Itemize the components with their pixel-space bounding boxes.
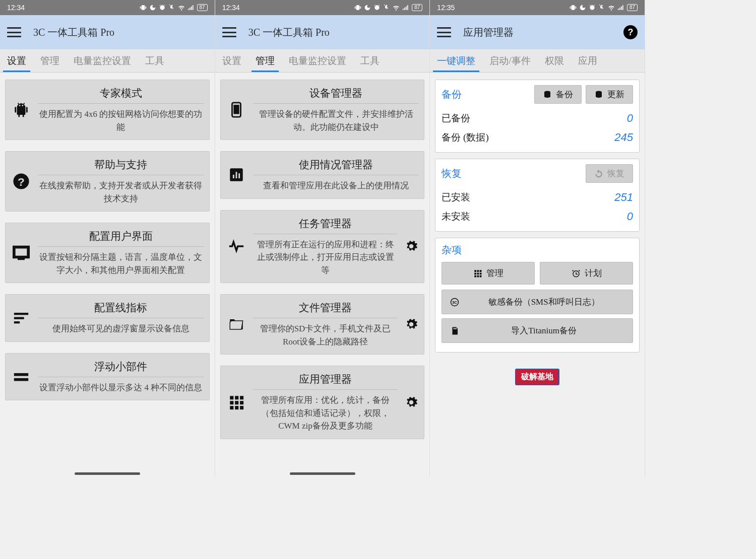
card-desc: 管理你的SD卡文件，手机文件及已Root设备上的隐藏路径: [253, 322, 398, 348]
stat-label: 备份 (数据): [442, 131, 488, 144]
card-line-indicator[interactable]: 配置线指标 使用始终可见的虚浮窗显示设备信息: [5, 294, 210, 342]
gear-icon[interactable]: [404, 396, 419, 409]
card-ui-config[interactable]: 配置用户界面 设置按钮和分隔主题，语言，温度单位，文字大小，和其他用户界面相关配…: [5, 223, 210, 283]
restore-button[interactable]: 恢复: [586, 164, 633, 183]
svg-rect-10: [233, 175, 234, 178]
card-file-manager[interactable]: 文件管理器 管理你的SD卡文件，手机文件及已Root设备上的隐藏路径: [220, 294, 425, 355]
card-device-manager[interactable]: 设备管理器 管理设备的硬件配置文件，并安排维护活动。此功能仍在建设中: [220, 80, 425, 140]
restore-icon: [594, 169, 603, 178]
svg-rect-20: [235, 406, 238, 409]
status-icons: 87: [570, 4, 638, 11]
tab-settings[interactable]: 设置: [0, 49, 33, 72]
bars-icon: [226, 166, 247, 183]
card-task-manager[interactable]: 任务管理器 管理所有正在运行的应用和进程：终止或强制停止，打开应用日志或设置等: [220, 210, 425, 284]
database-icon: [594, 90, 603, 99]
signal-icon: [402, 4, 409, 11]
card-usage-manager[interactable]: 使用情况管理器 查看和管理应用在此设备上的使用情况: [220, 151, 425, 199]
wifi-icon: [393, 4, 400, 11]
app-title: 3C 一体工具箱 Pro: [33, 26, 208, 39]
tab-manage[interactable]: 管理: [33, 49, 67, 72]
svg-rect-8: [233, 105, 239, 114]
card-expert-mode[interactable]: 专家模式 使用配置为 4x6 的按钮网格访问你想要的功能: [5, 80, 210, 140]
svg-text:3C: 3C: [453, 300, 458, 305]
import-titanium-button[interactable]: 导入Titanium备份: [442, 318, 633, 343]
help-icon: ?: [11, 173, 32, 190]
schedule-button[interactable]: 计划: [540, 262, 633, 285]
manage-button[interactable]: 管理: [442, 262, 535, 285]
sensitive-backup-button[interactable]: 3C 敏感备份（SMS和呼叫日志）: [442, 290, 633, 314]
tab-battery[interactable]: 电量监控设置: [282, 49, 353, 72]
tab-manage[interactable]: 管理: [248, 49, 282, 72]
tab-tools[interactable]: 工具: [138, 49, 171, 72]
tab-permissions[interactable]: 权限: [538, 49, 571, 72]
svg-rect-13: [230, 396, 233, 399]
gear-icon[interactable]: [404, 318, 419, 331]
card-title: 配置用户界面: [38, 229, 204, 247]
panel-title: 备份: [442, 88, 462, 101]
stat-label: 已安装: [442, 191, 470, 204]
app-title: 应用管理器: [463, 26, 611, 39]
card-app-manager[interactable]: 应用管理器 管理所有应用：优化，统计，备份（包括短信和通话记录），权限，CWM …: [220, 366, 425, 439]
update-button[interactable]: 更新: [586, 85, 633, 104]
stat-value: 245: [614, 131, 633, 144]
card-help-support[interactable]: ? 帮助与支持 在线搜索帮助，支持开发者或从开发者获得技术支持: [5, 151, 210, 212]
help-button[interactable]: ?: [623, 25, 638, 39]
button-label: 恢复: [607, 168, 624, 179]
battery-icon: 87: [627, 4, 638, 11]
stat-not-installed: 未安装 0: [442, 207, 633, 226]
content-body: 设备管理器 管理设备的硬件配置文件，并安排维护活动。此功能仍在建设中 使用情况管…: [215, 73, 430, 477]
signal-icon: [187, 4, 195, 11]
card-float-widget[interactable]: 浮动小部件 设置浮动小部件以显示多达 4 种不同的信息: [5, 353, 210, 401]
tab-bar: 一键调整 启动/事件 权限 应用: [430, 49, 645, 73]
stat-backed-up: 已备份 0: [442, 109, 633, 128]
grid-icon: [473, 269, 482, 278]
svg-rect-18: [240, 401, 243, 404]
vibrate-icon: [354, 4, 361, 11]
content-body: 专家模式 使用配置为 4x6 的按钮网格访问你想要的功能 ? 帮助与支持 在线搜…: [0, 73, 215, 477]
stat-label: 未安装: [442, 210, 470, 223]
gear-icon[interactable]: [404, 240, 419, 253]
card-title: 配置线指标: [38, 301, 204, 318]
svg-rect-29: [480, 272, 482, 274]
moon-icon: [579, 4, 586, 11]
button-label: 计划: [585, 267, 602, 279]
watermark-logo: 破解基地: [435, 359, 640, 395]
android-icon: [11, 101, 32, 118]
tab-onekey[interactable]: 一键调整: [430, 49, 482, 72]
svg-rect-26: [480, 270, 482, 272]
svg-rect-2: [14, 313, 28, 315]
menu-button[interactable]: [7, 27, 21, 37]
svg-rect-4: [14, 321, 20, 323]
menu-button[interactable]: [437, 27, 451, 37]
nav-pill[interactable]: [75, 472, 140, 475]
backup-button[interactable]: 备份: [534, 85, 582, 104]
card-desc: 管理所有正在运行的应用和进程：终止或强制停止，打开应用日志或设置等: [253, 238, 398, 277]
nav-pill[interactable]: [290, 472, 355, 475]
tab-tools[interactable]: 工具: [353, 49, 387, 72]
moon-icon: [364, 4, 371, 11]
svg-rect-32: [480, 275, 482, 277]
mute-icon: [168, 4, 175, 11]
card-title: 文件管理器: [253, 301, 398, 318]
tab-apps[interactable]: 应用: [571, 49, 604, 72]
logo-text: 破解基地: [515, 369, 559, 385]
tab-startup[interactable]: 启动/事件: [482, 49, 537, 72]
cc-icon: 3C: [450, 298, 459, 307]
menu-button[interactable]: [222, 27, 236, 37]
button-label: 敏感备份（SMS和呼叫日志）: [463, 296, 624, 308]
button-label: 导入Titanium备份: [463, 325, 624, 336]
tab-bar: 设置 管理 电量监控设置 工具: [215, 49, 430, 73]
tab-battery[interactable]: 电量监控设置: [67, 49, 138, 72]
pulse-icon: [226, 238, 247, 255]
svg-rect-25: [477, 270, 479, 272]
tab-settings[interactable]: 设置: [215, 49, 248, 72]
screen-1-settings: 12:34 87 3C 一体工具箱 Pro 设置 管理 电量监控设置 工具 专家…: [0, 0, 215, 477]
svg-rect-28: [477, 272, 479, 274]
card-desc: 使用配置为 4x6 的按钮网格访问你想要的功能: [38, 108, 204, 133]
svg-rect-27: [474, 272, 476, 274]
screen-2-manage: 12:34 87 3C 一体工具箱 Pro 设置 管理 电量监控设置 工具 设备…: [215, 0, 430, 477]
folder-icon: [226, 316, 247, 333]
svg-rect-30: [474, 275, 476, 277]
card-desc: 管理所有应用：优化，统计，备份（包括短信和通话记录），权限，CWM zip备份及…: [253, 394, 398, 433]
button-label: 更新: [607, 89, 624, 100]
